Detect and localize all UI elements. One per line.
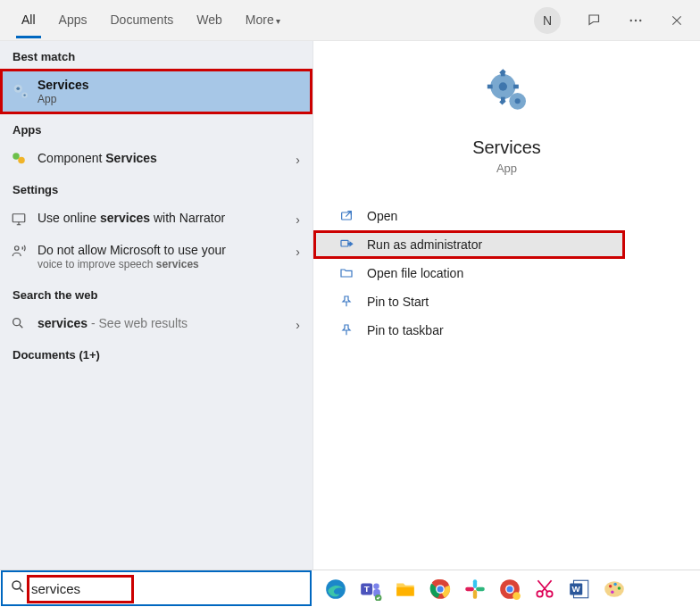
search-box[interactable] [1,570,312,606]
svg-point-51 [618,586,621,589]
filter-bar: All Apps Documents Web More▾ N [0,0,700,41]
feedback-icon[interactable] [580,6,609,35]
settings-row-narrator[interactable]: Use online services with Narrator › [0,202,312,234]
svg-rect-35 [473,579,477,588]
search-input[interactable] [31,581,303,596]
svg-point-41 [506,586,512,592]
svg-point-11 [13,319,21,326]
taskbar-chrome-canary-icon[interactable] [496,576,523,603]
chevron-right-icon: › [296,153,300,167]
taskbar-teams-icon[interactable]: T [357,576,384,603]
svg-point-8 [18,157,25,164]
svg-point-2 [639,19,641,21]
action-pin-to-start[interactable]: Pin to Start [313,287,700,316]
apps-row-component-services[interactable]: Component Services › [0,142,312,174]
svg-rect-23 [341,240,348,246]
taskbar-edge-icon[interactable] [322,576,349,603]
pin-icon [338,323,354,337]
taskbar-chrome-icon[interactable] [427,576,454,603]
svg-point-6 [23,94,25,96]
filter-tab-documents[interactable]: Documents [104,2,179,38]
close-icon[interactable] [662,6,691,35]
taskbar-snip-icon[interactable] [531,576,558,603]
svg-rect-36 [476,586,485,590]
monitor-icon [11,211,27,227]
svg-point-50 [613,582,616,585]
svg-rect-17 [513,85,519,89]
action-pin-to-taskbar[interactable]: Pin to taskbar [313,316,700,345]
filter-tab-web[interactable]: Web [191,2,228,38]
settings-row-speech[interactable]: Do not allow Microsoft to use your voice… [0,234,312,279]
pin-icon [338,295,354,309]
best-match-subtitle: App [38,93,300,105]
results-pane: Best match Services App Apps Component S… [0,41,312,570]
svg-rect-9 [12,214,25,222]
action-run-as-administrator[interactable]: Run as administrator [313,230,625,259]
svg-point-10 [15,246,20,251]
filter-tab-apps[interactable]: Apps [54,2,93,38]
component-services-icon [11,151,27,167]
best-match-services[interactable]: Services App [0,69,312,114]
taskbar-slack-icon[interactable] [462,576,488,603]
taskbar-file-explorer-icon[interactable] [392,576,419,603]
web-row-services[interactable]: services - See web results › [0,307,312,339]
search-icon [10,578,26,598]
svg-point-52 [611,590,613,593]
svg-point-34 [437,586,443,592]
best-match-title: Services [38,78,300,92]
svg-point-13 [498,82,506,90]
section-web: Search the web [0,279,312,307]
filter-tab-all[interactable]: All [16,2,41,38]
gears-icon [11,81,30,101]
taskbar-word-icon[interactable]: W [566,576,593,603]
chevron-right-icon: › [296,212,300,227]
svg-point-1 [635,19,637,21]
action-open[interactable]: Open [313,202,700,230]
gears-icon [482,68,532,121]
svg-point-4 [16,87,20,90]
svg-point-28 [373,583,379,589]
svg-rect-31 [396,586,414,595]
taskbar-paint-icon[interactable] [601,576,628,603]
search-icon [11,316,25,330]
chevron-down-icon: ▾ [276,16,280,26]
open-icon [338,209,354,223]
preview-title: Services [472,137,541,158]
chevron-right-icon: › [296,245,300,259]
section-settings: Settings [0,174,312,202]
section-apps: Apps [0,114,312,142]
action-open-file-location[interactable]: Open file location [313,259,700,287]
svg-rect-16 [487,85,492,89]
svg-rect-38 [465,586,474,590]
chevron-right-icon: › [296,318,300,332]
shield-run-icon [338,237,354,252]
svg-text:W: W [572,584,581,594]
svg-point-24 [12,581,21,589]
svg-text:T: T [364,584,370,594]
preview-subtitle: App [496,162,517,175]
svg-point-7 [12,153,20,160]
person-speech-icon [11,243,27,259]
user-avatar[interactable]: N [534,7,561,34]
preview-pane: Services App Open Run as administrator [312,41,700,570]
svg-point-0 [630,19,632,21]
svg-point-49 [609,585,612,587]
section-best-match: Best match [0,41,312,69]
svg-rect-37 [473,590,477,599]
svg-point-21 [514,98,520,104]
filter-tab-more[interactable]: More▾ [240,2,286,38]
svg-point-42 [512,592,521,600]
taskbar: T W [0,570,700,607]
section-documents: Documents (1+) [0,339,312,367]
folder-icon [338,266,354,280]
more-options-icon[interactable] [621,6,650,35]
